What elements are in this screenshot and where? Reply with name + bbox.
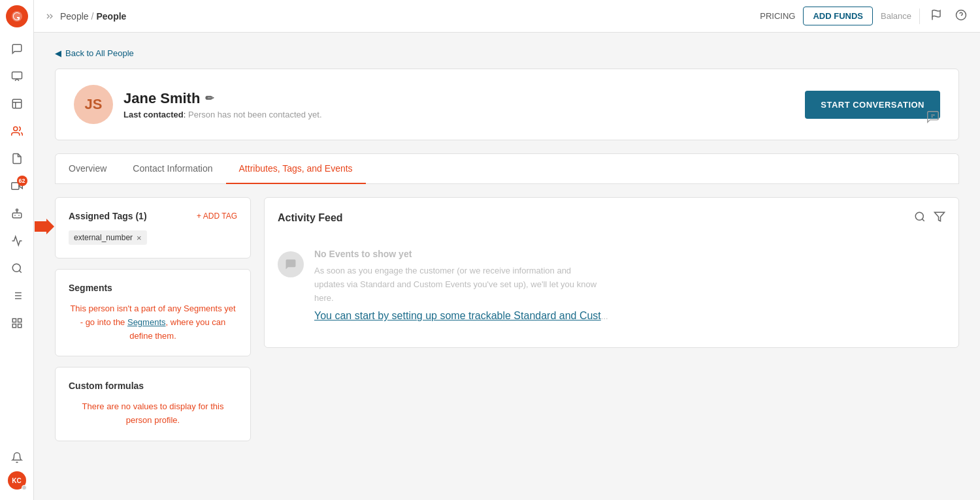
campaigns-badge: 62: [17, 176, 27, 186]
sidebar-bell[interactable]: [5, 446, 29, 469]
pricing-link[interactable]: PRICING: [760, 11, 795, 21]
activity-filter-icon[interactable]: [934, 211, 945, 225]
activity-title: Activity Feed: [278, 212, 343, 224]
sidebar: 62 KC: [0, 0, 34, 500]
tab-overview[interactable]: Overview: [56, 154, 120, 184]
main-area: People / People PRICING ADD FUNDS Balanc…: [34, 0, 980, 500]
sidebar-item-contacts[interactable]: [5, 119, 29, 143]
event-row: No Events to show yet As soon as you eng…: [278, 249, 608, 324]
event-icon: [278, 251, 304, 277]
no-events-area: No Events to show yet As soon as you eng…: [278, 238, 945, 334]
tab-attributes-tags-events[interactable]: Attributes, Tags, and Events: [226, 154, 366, 184]
sidebar-item-analytics[interactable]: [5, 229, 29, 253]
svg-point-10: [16, 209, 18, 211]
user-avatar[interactable]: KC: [8, 471, 26, 490]
edit-profile-icon[interactable]: ✏: [205, 92, 214, 104]
arrow-indicator: [35, 219, 54, 237]
sidebar-item-notes[interactable]: [5, 147, 29, 170]
topbar-right: PRICING ADD FUNDS Balance: [760, 7, 970, 26]
segments-panel-header: Segments: [69, 283, 237, 293]
tab-content: Assigned Tags (1) + ADD TAG external_num…: [55, 184, 959, 441]
profile-avatar: JS: [74, 85, 113, 124]
custom-formulas-title: Custom formulas: [69, 381, 144, 391]
tabs-container: Overview Contact Information Attributes,…: [55, 153, 959, 184]
sidebar-item-apps[interactable]: [5, 311, 29, 335]
balance-label: Balance: [881, 11, 911, 21]
breadcrumb: People / People: [60, 11, 126, 22]
sidebar-item-inbox[interactable]: [5, 65, 29, 88]
help-icon[interactable]: [953, 7, 970, 26]
add-tag-link[interactable]: + ADD TAG: [197, 211, 237, 221]
start-conversation-button[interactable]: START CONVERSATION: [805, 91, 940, 119]
custom-formulas-header: Custom formulas: [69, 381, 237, 391]
activity-icons: [914, 211, 945, 225]
right-panel: Activity Feed: [264, 197, 959, 441]
back-arrow-icon: ◀: [55, 48, 61, 58]
profile-info: Jane Smith ✏ Last contacted: Person has …: [123, 90, 322, 119]
left-panel: Assigned Tags (1) + ADD TAG external_num…: [55, 197, 251, 441]
breadcrumb-arrows[interactable]: [44, 11, 55, 22]
svg-rect-24: [18, 324, 21, 328]
svg-rect-9: [12, 213, 22, 218]
breadcrumb-parent[interactable]: People: [60, 11, 89, 22]
breadcrumb-separator: /: [91, 11, 94, 22]
topbar-divider: [919, 8, 920, 24]
no-events-desc: As soon as you engage the customer (or w…: [314, 264, 602, 305]
tags-panel-title: Assigned Tags (1): [69, 211, 147, 221]
svg-rect-4: [12, 72, 22, 79]
svg-point-13: [12, 264, 20, 272]
svg-rect-21: [12, 319, 16, 322]
svg-point-29: [915, 212, 923, 220]
svg-rect-22: [18, 319, 21, 322]
tags-panel-header: Assigned Tags (1) + ADD TAG: [69, 211, 237, 221]
tab-contact-information[interactable]: Contact Information: [120, 154, 225, 184]
tags-panel: Assigned Tags (1) + ADD TAG external_num…: [55, 197, 251, 258]
tag-remove-button[interactable]: ×: [137, 234, 142, 242]
activity-card: Activity Feed: [264, 197, 959, 348]
no-events-link[interactable]: You can start by setting up some trackab…: [314, 310, 601, 321]
sidebar-item-bots[interactable]: [5, 202, 29, 225]
segments-title: Segments: [69, 283, 112, 293]
last-contacted: Last contacted: Person has not been cont…: [123, 110, 322, 119]
tag-name: external_number: [74, 233, 133, 242]
profile-card-action-icon[interactable]: [926, 110, 940, 127]
event-text: No Events to show yet As soon as you eng…: [314, 249, 608, 324]
breadcrumb-current: People: [96, 11, 126, 22]
profile-card: JS Jane Smith ✏ Last contacted: Person h…: [55, 69, 959, 140]
svg-line-14: [19, 270, 21, 272]
flag-icon[interactable]: [928, 7, 945, 26]
svg-rect-5: [12, 99, 22, 108]
tabs: Overview Contact Information Attributes,…: [56, 154, 958, 184]
segments-text: This person isn't a part of any Segments…: [69, 302, 237, 343]
back-to-all-people[interactable]: ◀ Back to All People: [55, 48, 959, 58]
custom-formulas-panel: Custom formulas There are no values to d…: [55, 367, 251, 441]
sidebar-item-campaigns[interactable]: 62: [5, 174, 29, 198]
content: ◀ Back to All People JS Jane Smith ✏ Las…: [34, 33, 980, 500]
no-events-link-area: You can start by setting up some trackab…: [314, 310, 608, 324]
no-events-title: No Events to show yet: [314, 249, 608, 259]
activity-header: Activity Feed: [278, 211, 945, 225]
avatar-status: [22, 485, 27, 490]
add-funds-button[interactable]: ADD FUNDS: [803, 7, 873, 25]
svg-rect-23: [12, 324, 16, 328]
custom-formulas-text: There are no values to display for this …: [69, 400, 237, 428]
svg-line-30: [922, 219, 924, 221]
segments-link[interactable]: Segments: [127, 317, 166, 327]
svg-point-6: [13, 127, 17, 131]
sidebar-item-list[interactable]: [5, 284, 29, 307]
app-logo[interactable]: [6, 5, 28, 27]
sidebar-item-reports[interactable]: [5, 92, 29, 116]
segments-panel: Segments This person isn't a part of any…: [55, 269, 251, 356]
sidebar-item-conversations[interactable]: [5, 37, 29, 61]
svg-marker-28: [35, 219, 54, 234]
tag-chip-external-number: external_number ×: [69, 230, 147, 245]
sidebar-item-segments[interactable]: [5, 257, 29, 280]
svg-marker-31: [935, 212, 945, 221]
profile-name-text: Jane Smith: [123, 90, 200, 107]
topbar: People / People PRICING ADD FUNDS Balanc…: [34, 0, 980, 33]
activity-search-icon[interactable]: [914, 211, 926, 225]
